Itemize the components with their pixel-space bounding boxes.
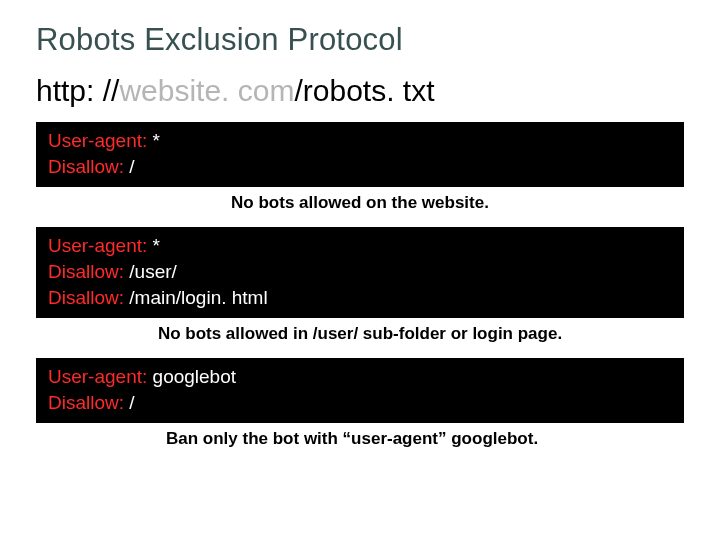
code-val: * xyxy=(147,235,160,256)
caption-1: No bots allowed on the website. xyxy=(36,193,684,213)
url-scheme: http: // xyxy=(36,74,119,107)
url-host: website. com xyxy=(119,74,294,107)
code-line: Disallow: / xyxy=(48,390,672,416)
code-key: User-agent: xyxy=(48,130,147,151)
code-val: googlebot xyxy=(147,366,236,387)
code-key: User-agent: xyxy=(48,366,147,387)
page-title: Robots Exclusion Protocol xyxy=(36,22,684,58)
code-key: Disallow: xyxy=(48,156,124,177)
code-line: Disallow: /main/login. html xyxy=(48,285,672,311)
code-line: User-agent: googlebot xyxy=(48,364,672,390)
url-path: /robots. txt xyxy=(294,74,434,107)
code-key: Disallow: xyxy=(48,261,124,282)
code-line: Disallow: /user/ xyxy=(48,259,672,285)
caption-3: Ban only the bot with “user-agent” googl… xyxy=(36,429,684,449)
code-val: * xyxy=(147,130,160,151)
code-line: User-agent: * xyxy=(48,233,672,259)
code-block-1: User-agent: * Disallow: / xyxy=(36,122,684,187)
url-line: http: //website. com/robots. txt xyxy=(36,74,684,108)
code-key: Disallow: xyxy=(48,392,124,413)
code-block-3: User-agent: googlebot Disallow: / xyxy=(36,358,684,423)
code-val: / xyxy=(124,156,135,177)
code-key: User-agent: xyxy=(48,235,147,256)
code-key: Disallow: xyxy=(48,287,124,308)
slide: Robots Exclusion Protocol http: //websit… xyxy=(0,0,720,540)
caption-2: No bots allowed in /user/ sub-folder or … xyxy=(36,324,684,344)
code-block-2: User-agent: * Disallow: /user/ Disallow:… xyxy=(36,227,684,318)
code-val: /user/ xyxy=(124,261,177,282)
code-line: User-agent: * xyxy=(48,128,672,154)
code-line: Disallow: / xyxy=(48,154,672,180)
code-val: / xyxy=(124,392,135,413)
code-val: /main/login. html xyxy=(124,287,268,308)
